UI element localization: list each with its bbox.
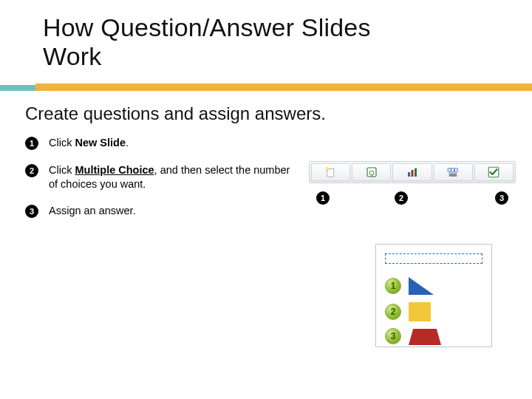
check-icon (474, 163, 514, 181)
question-icon: Q (352, 163, 391, 181)
svg-rect-8 (451, 168, 454, 172)
svg-point-1 (325, 167, 329, 171)
step-2-bullet: 2 (25, 164, 38, 177)
step-1-bullet: 1 (25, 137, 38, 150)
marker-3: 3 (495, 191, 508, 205)
trapezoid-icon (409, 329, 441, 345)
svg-rect-10 (449, 174, 457, 177)
svg-rect-7 (448, 168, 451, 172)
square-icon (409, 302, 431, 321)
choice-3-number: 3 (385, 328, 401, 344)
step-2: 2 Click Multiple Choice, and then select… (25, 163, 291, 191)
title-underline (0, 83, 532, 91)
choice-row-2: 2 (385, 302, 431, 321)
svg-rect-5 (412, 170, 414, 177)
svg-rect-6 (415, 168, 417, 177)
steps-list: 1 Click New Slide. 2 Click Multiple Choi… (25, 136, 291, 231)
choice-1-number: 1 (385, 278, 401, 294)
subtitle: Create questions and assign answers. (25, 103, 326, 124)
title-line-2: Work (43, 42, 102, 70)
step-1-text: Click New Slide. (49, 136, 129, 150)
toolbar-markers: 1 2 3 (309, 191, 516, 205)
new-slide-icon (311, 163, 350, 181)
marker-1: 1 (316, 191, 330, 205)
question-placeholder (385, 253, 482, 264)
step-2-text: Click Multiple Choice, and then select t… (49, 163, 291, 191)
step-3-bullet: 3 (25, 205, 38, 218)
step-3-text: Assign an answer. (49, 204, 136, 218)
slide-title: How Question/Answer Slides Work (0, 0, 532, 71)
svg-rect-4 (408, 172, 410, 177)
svg-text:Q: Q (369, 168, 375, 177)
responses-icon (434, 163, 473, 181)
choice-row-3: 3 (385, 327, 441, 345)
choice-2-number: 2 (385, 304, 401, 320)
bar-chart-icon (392, 163, 432, 181)
title-line-1: How Question/Answer Slides (43, 13, 371, 41)
ribbon-toolbar: Q (309, 161, 516, 183)
svg-rect-9 (454, 168, 457, 172)
marker-2: 2 (395, 191, 408, 205)
choice-preview: 1 2 3 (375, 244, 492, 347)
choice-row-1: 1 (385, 277, 434, 295)
step-3: 3 Assign an answer. (25, 204, 291, 218)
step-1: 1 Click New Slide. (25, 136, 291, 150)
triangle-icon (409, 277, 434, 295)
